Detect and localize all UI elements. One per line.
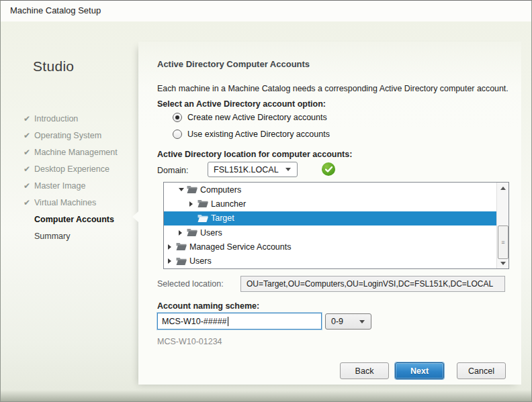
chevron-down-icon xyxy=(285,168,291,171)
tree-item-computers[interactable]: Computers xyxy=(164,183,496,197)
naming-preview-text: MCS-W10-01234 xyxy=(157,337,222,346)
folder-icon xyxy=(176,242,187,251)
step-label: Virtual Machines xyxy=(34,198,96,207)
check-icon xyxy=(24,164,34,174)
chevron-down-icon xyxy=(359,320,365,323)
selected-location-label: Selected location: xyxy=(157,279,224,289)
ou-tree-rows: Computers Launcher Target xyxy=(164,183,496,268)
radio-label: Use existing Active Directory accounts xyxy=(187,130,330,139)
tree-item-target-selected[interactable]: Target xyxy=(164,211,496,225)
naming-digit-dropdown[interactable]: 0-9 xyxy=(325,313,371,330)
folder-icon xyxy=(176,257,187,266)
sidebar-item-introduction[interactable]: Introduction xyxy=(24,110,118,127)
intro-text: Each machine in a Machine Catalog needs … xyxy=(157,84,508,93)
account-naming-input[interactable]: MCS-W10-##### xyxy=(157,313,322,330)
expander-collapsed-icon[interactable] xyxy=(168,258,176,264)
studio-brand: Studio xyxy=(33,58,74,74)
expander-collapsed-icon[interactable] xyxy=(168,244,176,250)
scroll-up-icon[interactable] xyxy=(497,183,508,193)
machine-catalog-setup-window: Machine Catalog Setup Studio Introductio… xyxy=(0,0,532,402)
radio-create-new-accounts[interactable]: Create new Active Directory accounts xyxy=(173,113,327,122)
radio-selected-icon xyxy=(173,113,182,122)
sidebar-item-operating-system[interactable]: Operating System xyxy=(24,127,118,144)
naming-scheme-label: Account naming scheme: xyxy=(157,301,259,311)
step-label: Introduction xyxy=(34,114,78,123)
check-icon xyxy=(24,148,34,157)
folder-icon xyxy=(187,185,198,194)
tree-item-label: Computers xyxy=(200,185,241,195)
check-icon xyxy=(24,198,34,207)
text-cursor xyxy=(228,317,228,326)
sidebar-item-summary: Summary xyxy=(24,228,118,244)
back-button[interactable]: Back xyxy=(340,362,389,379)
tree-item-label: Users xyxy=(200,228,222,238)
next-button[interactable]: Next xyxy=(395,362,444,379)
tree-item-launcher[interactable]: Launcher xyxy=(164,197,496,211)
check-icon xyxy=(24,114,34,123)
domain-dropdown[interactable]: FSL151K.LOCAL xyxy=(208,162,298,177)
scroll-down-icon[interactable] xyxy=(497,258,508,268)
account-option-label: Select an Active Directory account optio… xyxy=(157,99,326,109)
tree-item-managed-service-accounts[interactable]: Managed Service Accounts xyxy=(164,240,496,254)
tree-item-label: Target xyxy=(211,213,234,223)
ou-tree: Computers Launcher Target xyxy=(163,182,509,269)
radio-unselected-icon xyxy=(173,130,182,139)
page-title: Active Directory Computer Accounts xyxy=(157,59,310,69)
step-label: Desktop Experience xyxy=(34,164,109,174)
step-label: Operating System xyxy=(34,131,101,140)
ad-location-label: Active Directory location for computer a… xyxy=(157,150,352,159)
domain-label: Domain: xyxy=(157,166,189,175)
radio-label: Create new Active Directory accounts xyxy=(187,113,327,122)
expander-collapsed-icon[interactable] xyxy=(189,201,197,207)
cancel-button[interactable]: Cancel xyxy=(457,362,506,379)
check-icon xyxy=(24,181,34,191)
folder-icon xyxy=(197,199,209,208)
step-label: Computer Accounts xyxy=(34,215,114,224)
tree-item-label: Launcher xyxy=(211,199,246,209)
account-naming-value: MCS-W10-##### xyxy=(162,317,227,326)
wizard-steps-list: Introduction Operating System Machine Ma… xyxy=(24,110,118,244)
radio-use-existing-accounts[interactable]: Use existing Active Directory accounts xyxy=(173,130,330,139)
naming-digit-value: 0-9 xyxy=(326,317,359,326)
sidebar-item-computer-accounts: Computer Accounts xyxy=(24,211,118,228)
check-icon xyxy=(24,131,34,140)
window-titlebar[interactable]: Machine Catalog Setup xyxy=(1,1,531,21)
sidebar-item-virtual-machines[interactable]: Virtual Machines xyxy=(24,194,118,211)
folder-icon xyxy=(187,228,198,237)
step-label: Master Image xyxy=(34,181,85,191)
tree-scrollbar[interactable] xyxy=(496,183,508,268)
step-label: Summary xyxy=(34,232,70,241)
expander-expanded-icon[interactable] xyxy=(179,188,187,191)
folder-icon xyxy=(197,214,209,223)
sidebar-item-machine-management[interactable]: Machine Management xyxy=(24,144,118,160)
tree-item-users-child[interactable]: Users xyxy=(164,225,496,240)
selected-location-value: OU=Target,OU=Computers,OU=LoginVSI,DC=FS… xyxy=(247,279,493,289)
expander-collapsed-icon[interactable] xyxy=(179,230,187,236)
window-title: Machine Catalog Setup xyxy=(10,5,101,15)
sidebar-item-master-image[interactable]: Master Image xyxy=(24,177,118,194)
tree-item-users-root[interactable]: Users xyxy=(164,254,496,268)
domain-dropdown-value: FSL151K.LOCAL xyxy=(208,165,285,174)
tree-item-label: Users xyxy=(189,256,212,266)
tree-item-label: Managed Service Accounts xyxy=(189,242,291,252)
step-label: Machine Management xyxy=(34,148,118,157)
sidebar-item-desktop-experience[interactable]: Desktop Experience xyxy=(24,160,118,177)
green-check-icon xyxy=(322,162,335,176)
selected-location-field: OU=Target,OU=Computers,OU=LoginVSI,DC=FS… xyxy=(240,276,505,292)
scrollbar-thumb[interactable] xyxy=(498,225,508,259)
